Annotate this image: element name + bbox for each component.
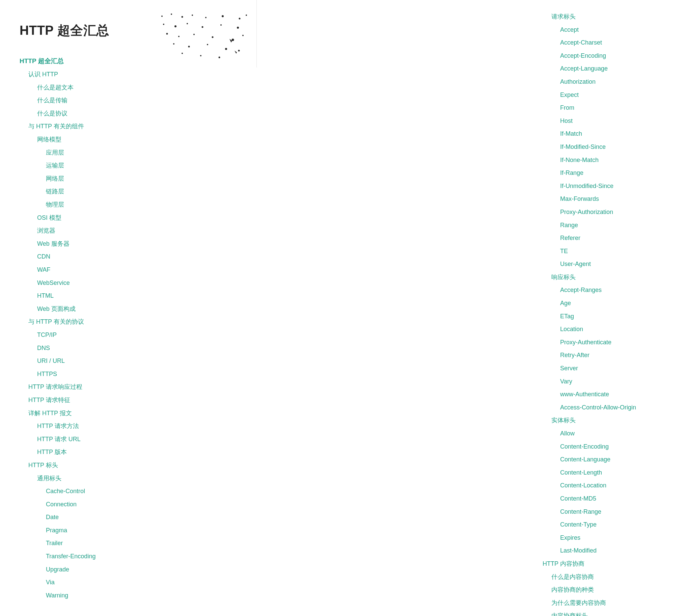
svg-point-4 bbox=[205, 17, 206, 18]
toc-link[interactable]: 什么是内容协商 bbox=[551, 570, 686, 584]
toc-link[interactable]: 通用标头 bbox=[37, 472, 257, 485]
toc-link[interactable]: HTTP 请求特征 bbox=[28, 394, 257, 407]
right-column: 请求标头AcceptAccept-CharsetAccept-EncodingA… bbox=[257, 0, 686, 616]
toc-link[interactable]: HTTP 标头 bbox=[28, 459, 257, 472]
svg-point-13 bbox=[237, 27, 239, 29]
toc-link[interactable]: 什么是协议 bbox=[37, 107, 257, 120]
toc-link[interactable]: 内容协商的种类 bbox=[551, 583, 686, 596]
toc-link[interactable]: Content-Type bbox=[560, 518, 686, 531]
toc-link[interactable]: Proxy-Authorization bbox=[560, 205, 686, 219]
toc-link[interactable]: Content-Language bbox=[560, 453, 686, 466]
svg-point-18 bbox=[232, 39, 234, 41]
toc-link[interactable]: HTTP 内容协商 bbox=[543, 557, 686, 570]
toc-link[interactable]: Web 页面构成 bbox=[37, 303, 257, 315]
toc-link[interactable]: 与 HTTP 有关的协议 bbox=[28, 315, 257, 328]
toc-link[interactable]: 内容协商标头 bbox=[551, 609, 686, 616]
toc-link[interactable]: Access-Control-Allow-Origin bbox=[560, 401, 686, 414]
toc-link[interactable]: 响应标头 bbox=[551, 271, 686, 284]
toc-link[interactable]: Connection bbox=[46, 498, 257, 511]
toc-link[interactable]: Last-Modified bbox=[560, 544, 686, 557]
toc-link[interactable]: Trailer bbox=[46, 537, 257, 550]
toc-link[interactable]: 运输层 bbox=[46, 159, 257, 172]
toc-link[interactable]: Accept-Language bbox=[560, 62, 686, 75]
toc-link[interactable]: From bbox=[560, 101, 686, 114]
toc-link[interactable]: Content-Encoding bbox=[560, 440, 686, 453]
toc-link[interactable]: 物理层 bbox=[46, 198, 257, 211]
toc-link[interactable]: OSI 模型 bbox=[37, 211, 257, 224]
svg-point-15 bbox=[178, 36, 179, 37]
toc-link[interactable]: Content-Range bbox=[560, 505, 686, 519]
toc-link[interactable]: TE bbox=[560, 245, 686, 258]
toc-link[interactable]: Web 服务器 bbox=[37, 237, 257, 250]
toc-link[interactable]: WebService bbox=[37, 277, 257, 290]
toc-link[interactable]: If-Match bbox=[560, 127, 686, 140]
toc-link[interactable]: 网络层 bbox=[46, 172, 257, 185]
toc-link[interactable]: Referer bbox=[560, 232, 686, 245]
toc-link[interactable]: Accept-Charset bbox=[560, 36, 686, 49]
toc-link[interactable]: 网络模型 bbox=[37, 133, 257, 146]
toc-link[interactable]: User-Agent bbox=[560, 258, 686, 271]
toc-link[interactable]: 浏览器 bbox=[37, 224, 257, 237]
toc-link[interactable]: HTTPS bbox=[37, 368, 257, 381]
toc-link[interactable]: CDN bbox=[37, 250, 257, 263]
toc-link[interactable]: Host bbox=[560, 114, 686, 128]
toc-link[interactable]: www-Authenticate bbox=[560, 388, 686, 401]
svg-point-22 bbox=[207, 44, 208, 45]
toc-link[interactable]: 什么是传输 bbox=[37, 94, 257, 107]
toc-link[interactable]: Retry-After bbox=[560, 349, 686, 362]
toc-link[interactable]: Age bbox=[560, 297, 686, 310]
toc-link[interactable]: URI / URL bbox=[37, 354, 257, 368]
toc-link[interactable]: HTTP 请求方法 bbox=[37, 420, 257, 433]
toc-link[interactable]: Authorization bbox=[560, 75, 686, 88]
toc-link[interactable]: Accept-Ranges bbox=[560, 284, 686, 297]
toc-link[interactable]: If-Modified-Since bbox=[560, 140, 686, 154]
toc-link[interactable]: 与 HTTP 有关的组件 bbox=[28, 120, 257, 133]
toc-link[interactable]: If-None-Match bbox=[560, 154, 686, 167]
toc-link[interactable]: Location bbox=[560, 323, 686, 336]
toc-link[interactable]: Warning bbox=[46, 589, 257, 602]
toc-link[interactable]: Vary bbox=[560, 375, 686, 388]
toc-link[interactable]: Pragma bbox=[46, 524, 257, 537]
toc-link[interactable]: 认识 HTTP bbox=[28, 68, 257, 81]
toc-link[interactable]: HTTP 版本 bbox=[37, 445, 257, 459]
toc-link[interactable]: Range bbox=[560, 219, 686, 232]
toc-link[interactable]: 详解 HTTP 报文 bbox=[28, 407, 257, 420]
toc-link[interactable]: 什么是超文本 bbox=[37, 81, 257, 94]
toc-link[interactable]: 链路层 bbox=[46, 185, 257, 198]
svg-point-25 bbox=[181, 53, 183, 54]
toc-link[interactable]: Accept-Encoding bbox=[560, 49, 686, 62]
toc-link[interactable]: If-Range bbox=[560, 167, 686, 180]
toc-link[interactable]: Date bbox=[46, 511, 257, 524]
svg-point-21 bbox=[188, 46, 190, 48]
toc-link[interactable]: Content-Length bbox=[560, 466, 686, 479]
svg-point-16 bbox=[193, 34, 195, 35]
toc-link[interactable]: Upgrade bbox=[46, 563, 257, 576]
toc-link[interactable]: Accept bbox=[560, 23, 686, 37]
toc-link[interactable]: Max-Forwards bbox=[560, 192, 686, 205]
toc-link[interactable]: Server bbox=[560, 362, 686, 375]
toc-link[interactable]: HTTP 请求响应过程 bbox=[28, 380, 257, 394]
toc-link[interactable]: TCP/IP bbox=[37, 328, 257, 342]
toc-link[interactable]: Allow bbox=[560, 427, 686, 440]
toc-link[interactable]: Content-MD5 bbox=[560, 492, 686, 505]
toc-link[interactable]: If-Unmodified-Since bbox=[560, 180, 686, 193]
toc-link[interactable]: HTTP 请求 URL bbox=[37, 433, 257, 446]
toc-link[interactable]: Via bbox=[46, 576, 257, 589]
svg-point-9 bbox=[174, 25, 176, 27]
toc-link[interactable]: Expect bbox=[560, 88, 686, 102]
svg-point-24 bbox=[238, 50, 240, 52]
toc-link[interactable]: 请求标头 bbox=[551, 10, 686, 23]
toc-link[interactable]: DNS bbox=[37, 342, 257, 355]
toc-link[interactable]: 实体标头 bbox=[551, 414, 686, 427]
svg-point-26 bbox=[200, 55, 201, 57]
toc-link[interactable]: Proxy-Authenticate bbox=[560, 336, 686, 349]
toc-link[interactable]: 应用层 bbox=[46, 146, 257, 159]
toc-link[interactable]: ETag bbox=[560, 310, 686, 323]
toc-link[interactable]: Cache-Control bbox=[46, 485, 257, 498]
toc-link[interactable]: WAF bbox=[37, 263, 257, 277]
toc-link[interactable]: 为什么需要内容协商 bbox=[551, 596, 686, 610]
toc-link[interactable]: Transfer-Encoding bbox=[46, 550, 257, 563]
toc-link[interactable]: Content-Location bbox=[560, 479, 686, 492]
toc-link[interactable]: Expires bbox=[560, 531, 686, 545]
toc-link[interactable]: HTML bbox=[37, 289, 257, 303]
